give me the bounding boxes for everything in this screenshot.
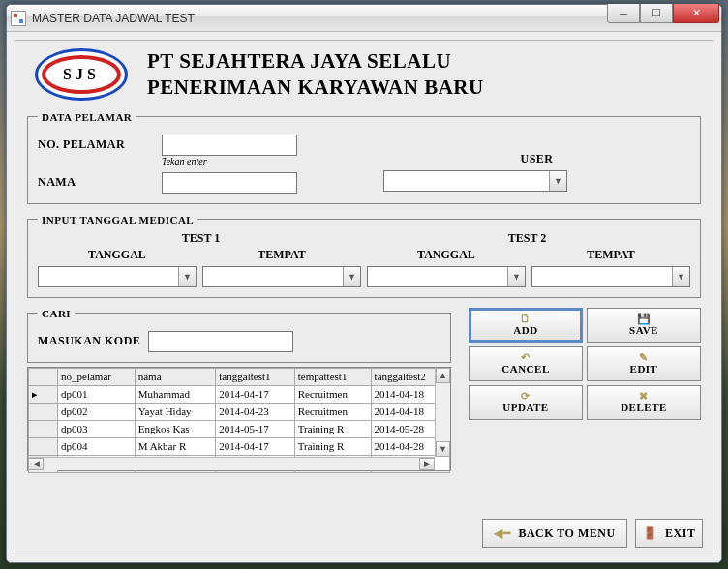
new-file-icon: 🗋 [520,314,531,324]
fieldset-cari: CARI MASUKAN KODE [27,308,451,363]
scroll-right-icon[interactable]: ▶ [419,458,435,470]
input-no-pelamar[interactable] [162,135,297,156]
label-tanggal1: TANGGAL [38,248,197,262]
window-title: MASTER DATA JADWAL TEST [32,12,195,25]
combo-test1-tempat[interactable] [202,266,361,287]
label-masukan-kode: MASUKAN KODE [38,334,140,348]
label-tanggal2: TANGGAL [367,248,526,262]
cell[interactable]: dp004 [58,437,136,455]
undo-icon: ↶ [521,352,531,363]
scroll-left-icon[interactable]: ◀ [28,458,44,470]
cell[interactable]: Recruitmen [294,403,371,420]
minimize-button[interactable]: ─ [607,4,640,23]
delete-button[interactable]: ✖DELETE [587,385,701,420]
column-header[interactable]: tempattest1 [294,368,371,385]
hint-no-pelamar: Tekan enter [162,156,207,166]
combo-test2-tanggal[interactable] [367,266,526,287]
chevron-down-icon[interactable]: ▼ [343,267,360,286]
vertical-scrollbar[interactable]: ▲ ▼ [435,368,450,457]
label-tempat1: TEMPAT [202,248,361,262]
legend-data-pelamar: DATA PELAMAR [38,111,136,123]
maximize-button[interactable]: ☐ [640,4,673,23]
data-grid[interactable]: no_pelamarnamatanggaltest1tempattest1tan… [27,367,451,471]
table-row[interactable]: dp003Engkos Kas2014-05-17Training R2014-… [29,420,450,437]
edit-icon: ✎ [639,352,649,363]
label-nama: NAMA [38,175,154,190]
chevron-down-icon[interactable]: ▼ [672,267,689,286]
cell[interactable]: dp001 [58,385,136,403]
cell[interactable]: dp003 [58,420,136,437]
column-header[interactable]: nama [135,368,216,385]
exit-button[interactable]: 🚪EXIT [635,519,703,548]
label-tempat2: TEMPAT [531,248,690,262]
combo-user[interactable] [383,170,567,192]
combo-test2-tempat[interactable] [531,266,690,287]
chevron-down-icon[interactable]: ▼ [178,267,196,286]
update-icon: ⟳ [521,391,531,402]
cell[interactable]: Training R [294,420,371,437]
table-row[interactable]: dp004M Akbar R2014-04-17Training R2014-0… [29,437,450,455]
horizontal-scrollbar[interactable]: ◀ ▶ [28,457,435,470]
column-header[interactable]: no_pelamar [58,368,136,385]
cell[interactable]: Training R [294,437,371,455]
client-area: SJS PT SEJAHTERA JAYA SELALU PENERIMAAN … [15,40,713,554]
combo-user-dropdown-icon[interactable]: ▼ [549,171,566,191]
table-row[interactable]: ▸dp001Muhammad2014-04-17Recruitmen2014-0… [29,385,450,403]
cell[interactable]: dp002 [58,403,136,420]
cell[interactable]: Muhammad [135,385,216,403]
combo-test1-tanggal[interactable] [38,266,197,287]
app-icon [11,11,26,26]
cell[interactable]: Engkos Kas [135,420,216,437]
table-row[interactable]: dp002Yayat Hiday2014-04-23Recruitmen2014… [29,403,450,420]
fieldset-data-pelamar: DATA PELAMAR NO. PELAMAR Tekan enter NAM… [27,111,701,204]
label-no-pelamar: NO. PELAMAR [38,137,154,152]
cell[interactable]: 2014-04-17 [216,385,294,403]
cell[interactable]: 2014-04-23 [216,403,294,420]
cell[interactable]: 2014-04-17 [216,437,294,455]
cell[interactable]: Recruitmen [294,385,371,403]
legend-cari: CARI [38,308,75,319]
back-to-menu-button[interactable]: ◀━BACK TO MENU [482,519,627,548]
title-bar[interactable]: MASTER DATA JADWAL TEST ─ ☐ ✕ [7,5,721,32]
cell[interactable]: M Akbar R [135,437,216,455]
label-test2: TEST 2 [364,231,690,246]
cancel-button[interactable]: ↶CANCEL [469,346,583,381]
cell[interactable]: 2014-05-17 [216,420,294,437]
app-window: MASTER DATA JADWAL TEST ─ ☐ ✕ SJS PT SEJ… [6,4,722,563]
scroll-up-icon[interactable]: ▲ [436,368,450,383]
back-arrow-icon: ◀━ [494,526,510,541]
delete-icon: ✖ [639,391,649,402]
cell[interactable]: Yayat Hiday [135,403,216,420]
column-header[interactable]: tanggaltest1 [216,368,294,385]
close-button[interactable]: ✕ [673,4,719,23]
add-button[interactable]: 🗋ADD [469,308,583,343]
fieldset-input-tanggal: INPUT TANGGAL MEDICAL TEST 1 TEST 2 TANG… [27,214,701,298]
scroll-down-icon[interactable]: ▼ [436,441,450,457]
label-test1: TEST 1 [38,231,364,246]
update-button[interactable]: ⟳UPDATE [469,385,583,420]
legend-input-tanggal: INPUT TANGGAL MEDICAL [38,214,197,225]
save-icon: 💾 [637,314,652,324]
input-masukan-kode[interactable] [148,331,293,352]
exit-icon: 🚪 [643,526,658,541]
label-user: USER [383,152,690,166]
company-logo: SJS [35,48,128,101]
chevron-down-icon[interactable]: ▼ [507,267,525,286]
input-nama[interactable] [162,172,297,194]
edit-button[interactable]: ✎EDIT [587,346,701,381]
save-button[interactable]: 💾SAVE [587,308,701,343]
company-header: PT SEJAHTERA JAYA SELALU PENERIMAAN KARY… [147,48,484,102]
